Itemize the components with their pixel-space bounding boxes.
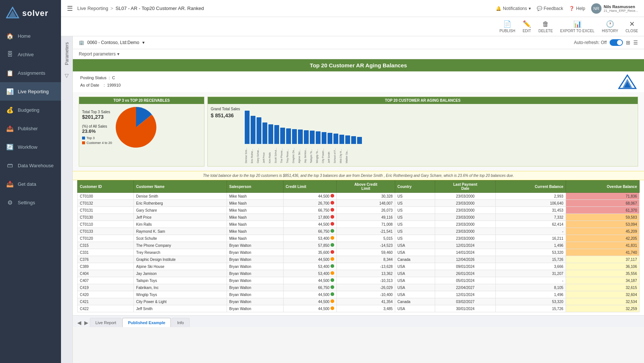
company-select[interactable]: 🏢 0060 - Contoso, Ltd:Demo ▾ xyxy=(79,40,145,45)
total-top3-amount: $201,273 xyxy=(82,114,112,120)
bar-item xyxy=(251,116,255,144)
tab-live-report[interactable]: Live Report xyxy=(90,318,122,327)
credit-status-dot xyxy=(331,194,334,198)
table-row: CT0100 Denise Smith Mike Nash 44,500 30,… xyxy=(78,193,640,200)
col-header-current-balance: Current Balance xyxy=(496,181,566,193)
cell-customer-id: C315 xyxy=(78,242,134,249)
credit-status-dot xyxy=(331,292,334,296)
bar-chart-bars-wrapper: Denise Smi...Eric Rothe...Gary Schar...J… xyxy=(245,107,635,163)
close-button[interactable]: ✕ CLOSE xyxy=(626,20,638,33)
table-row: C407 Tailspin Toys Bryan Walton 44,500 -… xyxy=(78,277,640,284)
table-row: C421 City Power & Light Bryan Walton 44,… xyxy=(78,298,640,305)
sidebar-item-workflow[interactable]: 🔄 Workflow xyxy=(0,138,61,156)
export-excel-button[interactable]: 📊 EXPORT TO EXCEL xyxy=(560,20,594,33)
cell-overdue-balance: 59,583 xyxy=(566,214,639,221)
cell-credit-limit: 53,400 xyxy=(283,270,336,277)
cell-above-credit: -26,029 xyxy=(336,284,395,291)
cell-customer-name: Kim Ralls xyxy=(134,221,227,228)
sidebar-item-get-data[interactable]: 📥 Get data xyxy=(0,175,61,193)
cell-current-balance: 15,726 xyxy=(496,305,566,312)
user-menu[interactable]: NR Nils Rasmussen 21_Hans_ERP_Rece... xyxy=(591,3,638,14)
data-warehouse-icon: 🗃 xyxy=(6,161,14,169)
cell-customer-id: C420 xyxy=(78,291,134,298)
bar-item xyxy=(345,135,350,144)
cell-last-payment: 14/01/2024 xyxy=(435,249,496,256)
history-button[interactable]: 🕐 HISTORY xyxy=(602,20,618,33)
filter-icon[interactable]: ▽ xyxy=(65,73,69,78)
cell-above-credit: 30,328 xyxy=(336,193,395,200)
cell-credit-limit: 44,500 xyxy=(283,256,336,263)
help-button[interactable]: ❓ Help xyxy=(569,6,585,11)
content-area: Parameters ▽ 🏢 0060 - Contoso, Ltd:Demo … xyxy=(61,36,644,363)
breadcrumb-parent[interactable]: Live Reporting xyxy=(77,6,108,11)
company-value: 0060 - Contoso, Ltd:Demo xyxy=(87,40,139,45)
sidebar-item-budgeting[interactable]: 💰 Budgeting xyxy=(0,101,61,119)
sidebar-item-archive[interactable]: 🗄 Archive xyxy=(0,45,61,64)
legend-customer: Customer 4 to 20 xyxy=(82,141,112,145)
auto-refresh-toggle[interactable] xyxy=(610,39,623,46)
cell-customer-id: C421 xyxy=(78,298,134,305)
breadcrumb-separator: > xyxy=(111,6,113,11)
publish-button[interactable]: 📄 PUBLISH xyxy=(499,20,515,33)
user-sub: 21_Hans_ERP_Rece... xyxy=(604,9,638,13)
sidebar-item-home[interactable]: 🏠 Home xyxy=(0,27,61,45)
cell-country: USA xyxy=(395,263,435,270)
cell-credit-limit: 44,500 xyxy=(283,193,336,200)
cell-credit-limit: 57,850 xyxy=(283,242,336,249)
col-header-customer-name: Customer Name xyxy=(134,181,227,193)
delete-button[interactable]: 🗑 DELETE xyxy=(538,20,553,33)
list-view-icon[interactable]: ☰ xyxy=(633,40,638,46)
sidebar-item-label-publisher: Publisher xyxy=(18,126,38,131)
tab-published-example[interactable]: Published Example xyxy=(122,318,171,327)
report-area[interactable]: 🏢 0060 - Contoso, Ltd:Demo ▾ Auto-refres… xyxy=(73,36,644,363)
breadcrumb: Live Reporting > SL07 - AR - Top20 Custo… xyxy=(77,6,491,11)
sidebar-item-data-warehouse[interactable]: 🗃 Data Warehouse xyxy=(0,156,61,175)
table-row: C315 The Phone Company Bryan Walton 57,8… xyxy=(78,242,640,249)
cell-current-balance: 2,993 xyxy=(496,193,566,200)
sidebar-item-publisher[interactable]: 📤 Publisher xyxy=(0,119,61,138)
params-toggle[interactable]: Report parameters ▾ xyxy=(73,49,644,59)
cell-last-payment: 23/03/2000 xyxy=(435,214,496,221)
assignments-icon: 📋 xyxy=(6,69,14,77)
tab-prev-button[interactable]: ◀ xyxy=(76,318,83,327)
cell-overdue-balance: 32,604 xyxy=(566,291,639,298)
total-top3-label: Total Top 3 Sales xyxy=(82,110,112,114)
bar-label: City Power... xyxy=(322,145,326,163)
cell-country: US xyxy=(395,214,435,221)
tab-next-button[interactable]: ▶ xyxy=(83,318,90,327)
col-header-overdue-balance: Overdue Balance xyxy=(566,181,639,193)
sidebar-item-assignments[interactable]: 📋 Assignments xyxy=(0,64,61,82)
cell-current-balance: - xyxy=(496,277,566,284)
cell-country: US xyxy=(395,200,435,207)
menu-toggle-icon[interactable]: ☰ xyxy=(67,4,73,13)
cell-above-credit: 59,460 xyxy=(336,249,395,256)
cell-overdue-balance: 36,106 xyxy=(566,263,639,270)
help-icon: ❓ xyxy=(569,6,574,11)
company-dropdown-icon: ▾ xyxy=(142,40,145,45)
sidebar-nav: 🏠 Home 🗄 Archive 📋 Assignments 📊 Live Re… xyxy=(0,27,61,363)
cell-customer-name: Eric Rothenberg xyxy=(134,200,227,207)
cell-customer-id: CT0120 xyxy=(78,235,134,242)
cell-country: US xyxy=(395,228,435,235)
grid-view-icon[interactable]: ⊞ xyxy=(626,40,630,46)
cell-customer-id: CT0130 xyxy=(78,214,134,221)
cell-salesperson: Mike Nash xyxy=(227,200,284,207)
feedback-button[interactable]: 💬 Feedback xyxy=(537,6,563,11)
tab-info[interactable]: Info xyxy=(172,318,189,327)
edit-button[interactable]: ✏️ EDIT xyxy=(523,20,531,33)
sidebar-item-live-reporting[interactable]: 📊 Live Reporting xyxy=(0,82,61,101)
credit-status-dot xyxy=(331,299,334,303)
cell-last-payment: 23/03/2000 xyxy=(435,207,496,214)
cell-country: USA xyxy=(395,270,435,277)
notifications-button[interactable]: 🔔 Notifications ▾ xyxy=(496,6,531,11)
cell-country: USA xyxy=(395,277,435,284)
bar-label: Jeff Smith xyxy=(328,145,332,163)
cell-salesperson: Bryan Walton xyxy=(227,249,284,256)
cell-customer-name: Trey Research xyxy=(134,249,227,256)
table-row: CT0120 Scot Schulte Mike Nash 53,400 5,0… xyxy=(78,235,640,242)
cell-last-payment: 05/01/2024 xyxy=(435,277,496,284)
bar-label: Scott Schul... xyxy=(274,145,279,163)
cell-customer-name: Jeff Smith xyxy=(134,305,227,312)
table-row: CT0133 Raymond K. Sam Mike Nash 66,750 -… xyxy=(78,228,640,235)
sidebar-item-settings[interactable]: ⚙ Settings xyxy=(0,193,61,212)
